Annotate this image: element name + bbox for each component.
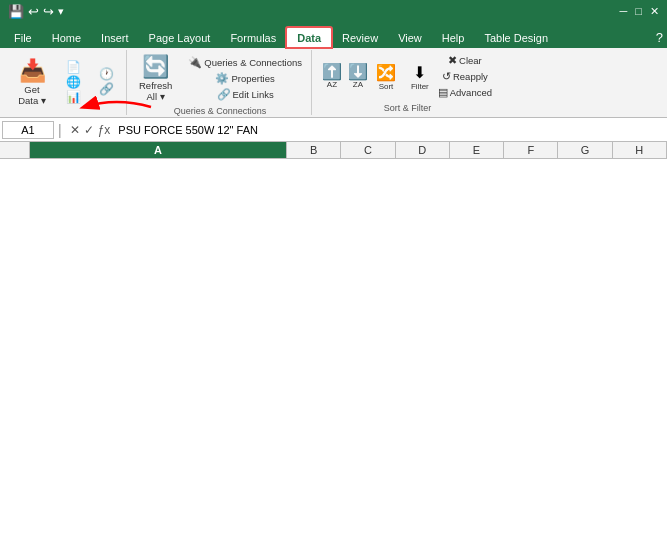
cell-reference-input[interactable] [2, 121, 54, 139]
refresh-all-button[interactable]: 🔄 Refresh All ▾ [135, 52, 176, 104]
reapply-button[interactable]: ↺ Reapply [435, 69, 495, 84]
cancel-formula-icon[interactable]: ✕ [70, 123, 80, 137]
properties-label: Properties [231, 73, 274, 84]
sort-za-icon: ⬇️ [348, 64, 368, 80]
formula-input[interactable] [114, 124, 665, 136]
filter-label: Filter [411, 82, 429, 91]
rows-container [0, 159, 667, 537]
ribbon-tabs: File Home Insert Page Layout Formulas Da… [0, 22, 667, 48]
from-text-csv-button[interactable]: 📄 [63, 60, 87, 74]
get-transform-small-btns: 📄 🌐 📊 [63, 60, 87, 104]
advanced-icon: ▤ [438, 86, 448, 99]
close-btn[interactable]: ✕ [650, 5, 659, 18]
reapply-icon: ↺ [442, 70, 451, 83]
sort-filter-content: ⬆️ AZ ⬇️ ZA 🔀 Sort ⬇ Filter [320, 52, 495, 101]
get-data-button[interactable]: 📥 Get Data ▾ [10, 56, 54, 108]
web-icon: 🌐 [66, 76, 81, 88]
tab-page-layout[interactable]: Page Layout [139, 28, 221, 48]
save-icon[interactable]: 💾 [8, 4, 24, 19]
sort-desc-label: ZA [353, 80, 363, 89]
clear-label: Clear [459, 55, 482, 66]
filter-small-btns: ✖ Clear ↺ Reapply ▤ Advanced [435, 53, 495, 100]
sort-filter-group: ⬆️ AZ ⬇️ ZA 🔀 Sort ⬇ Filter [314, 50, 501, 115]
formula-separator: | [54, 122, 66, 138]
tab-home[interactable]: Home [42, 28, 91, 48]
filter-icon: ⬇ [413, 63, 426, 82]
sort-asc-label: AZ [327, 80, 337, 89]
formula-icons: ✕ ✓ ƒx [66, 123, 115, 137]
sort-label: Sort [379, 82, 394, 91]
sort-button[interactable]: 🔀 Sort [372, 62, 400, 92]
get-transform-small-btns-2: 🕐 🔗 [96, 67, 120, 96]
col-header-h[interactable]: H [613, 142, 667, 158]
col-header-a[interactable]: A [30, 142, 287, 158]
col-header-d[interactable]: D [396, 142, 450, 158]
refresh-label: Refresh [139, 80, 172, 91]
queries-small-btns: 🔌 Queries & Connections ⚙️ Properties 🔗 … [185, 55, 305, 102]
maximize-btn[interactable]: □ [635, 5, 642, 18]
queries-connections-content: 🔄 Refresh All ▾ 🔌 Queries & Connections … [135, 52, 305, 104]
customize-icon[interactable]: ▾ [58, 5, 64, 18]
queries-icon: 🔌 [188, 56, 202, 69]
get-transform-content: 📥 Get Data ▾ 📄 🌐 📊 [10, 52, 120, 111]
col-header-c[interactable]: C [341, 142, 395, 158]
col-header-g[interactable]: G [558, 142, 612, 158]
undo-icon[interactable]: ↩ [28, 4, 39, 19]
existing-connections-icon: 🔗 [99, 83, 114, 95]
properties-button[interactable]: ⚙️ Properties [185, 71, 305, 86]
properties-icon: ⚙️ [215, 72, 229, 85]
sort-az-icon: ⬆️ [322, 64, 342, 80]
text-csv-icon: 📄 [66, 61, 81, 73]
column-headers: A B C D E F G H [0, 142, 667, 159]
title-bar-controls: ─ □ ✕ [620, 5, 659, 18]
reapply-label: Reapply [453, 71, 488, 82]
get-data-label2: Data ▾ [18, 95, 46, 106]
sort-filter-label: Sort & Filter [384, 101, 432, 113]
edit-links-label: Edit Links [233, 89, 274, 100]
from-table-button[interactable]: 📊 [63, 90, 87, 104]
help-icon[interactable]: ? [656, 30, 663, 45]
queries-connections-button[interactable]: 🔌 Queries & Connections [185, 55, 305, 70]
title-bar: 💾 ↩ ↪ ▾ ─ □ ✕ [0, 0, 667, 22]
col-header-b[interactable]: B [287, 142, 341, 158]
recent-sources-icon: 🕐 [99, 68, 114, 80]
clear-icon: ✖ [448, 54, 457, 67]
formula-bar: | ✕ ✓ ƒx [0, 118, 667, 142]
get-data-label: Get [24, 84, 39, 95]
redo-icon[interactable]: ↪ [43, 4, 54, 19]
spreadsheet: A B C D E F G H [0, 142, 667, 537]
edit-links-button[interactable]: 🔗 Edit Links [185, 87, 305, 102]
edit-links-icon: 🔗 [217, 88, 231, 101]
tab-review[interactable]: Review [332, 28, 388, 48]
insert-function-icon[interactable]: ƒx [98, 123, 111, 137]
tab-table-design[interactable]: Table Design [474, 28, 558, 48]
recent-sources-button[interactable]: 🕐 [96, 67, 120, 81]
queries-connections-label: Queries & Connections [174, 104, 267, 116]
get-data-icon: 📥 [19, 58, 46, 84]
queries-connections-label: Queries & Connections [204, 57, 302, 68]
tab-formulas[interactable]: Formulas [220, 28, 286, 48]
filter-button[interactable]: ⬇ Filter [407, 62, 433, 92]
queries-connections-group: 🔄 Refresh All ▾ 🔌 Queries & Connections … [129, 50, 312, 115]
existing-connections-button[interactable]: 🔗 [96, 82, 120, 96]
from-web-button[interactable]: 🌐 [63, 75, 87, 89]
sort-asc-button[interactable]: ⬆️ AZ [320, 63, 344, 90]
tab-insert[interactable]: Insert [91, 28, 139, 48]
advanced-label: Advanced [450, 87, 492, 98]
col-header-f[interactable]: F [504, 142, 558, 158]
advanced-button[interactable]: ▤ Advanced [435, 85, 495, 100]
refresh-all-label: All ▾ [147, 91, 165, 102]
confirm-formula-icon[interactable]: ✓ [84, 123, 94, 137]
tab-view[interactable]: View [388, 28, 432, 48]
col-header-e[interactable]: E [450, 142, 504, 158]
tab-help[interactable]: Help [432, 28, 475, 48]
sort-desc-button[interactable]: ⬇️ ZA [346, 63, 370, 90]
refresh-icon: 🔄 [142, 54, 169, 80]
title-bar-left: 💾 ↩ ↪ ▾ [8, 4, 64, 19]
row-num-corner [0, 142, 30, 158]
tab-file[interactable]: File [4, 28, 42, 48]
get-transform-group: 📥 Get Data ▾ 📄 🌐 📊 [4, 50, 127, 115]
minimize-btn[interactable]: ─ [620, 5, 628, 18]
tab-data[interactable]: Data [286, 27, 332, 48]
clear-button[interactable]: ✖ Clear [435, 53, 495, 68]
